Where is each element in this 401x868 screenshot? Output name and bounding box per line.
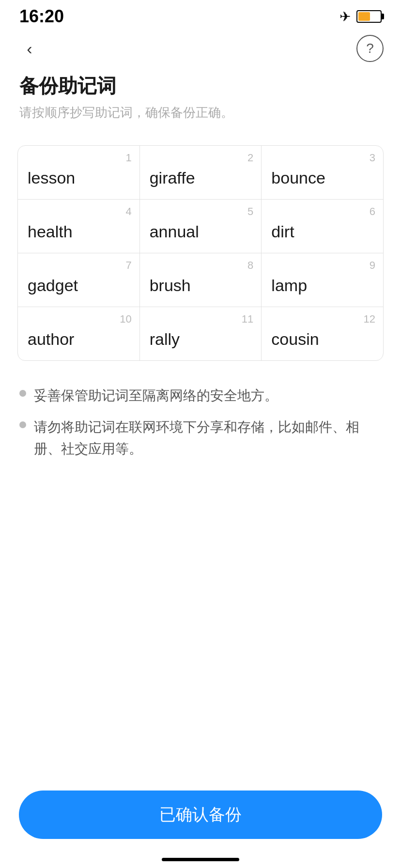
word-row: 4health5annual6dirt <box>18 200 383 253</box>
cell-word: bounce <box>271 169 373 187</box>
cell-word: cousin <box>271 330 373 349</box>
note-item: 请勿将助记词在联网环境下分享和存储，比如邮件、相册、社交应用等。 <box>19 417 382 460</box>
note-bullet-icon <box>19 421 26 428</box>
note-item: 妥善保管助记词至隔离网络的安全地方。 <box>19 385 382 407</box>
cell-word: rally <box>150 330 252 349</box>
notes-section: 妥善保管助记词至隔离网络的安全地方。请勿将助记词在联网环境下分享和存储，比如邮件… <box>0 380 401 489</box>
status-time: 16:20 <box>19 6 64 27</box>
cell-number: 7 <box>125 259 131 272</box>
status-bar: 16:20 ✈ <box>0 0 401 29</box>
cell-number: 4 <box>125 205 131 218</box>
cell-word: annual <box>150 222 252 241</box>
home-indicator <box>162 858 239 861</box>
cell-number: 3 <box>370 152 375 164</box>
nav-bar: ‹ ? <box>0 29 401 68</box>
battery-icon <box>356 10 382 23</box>
battery-fill <box>358 12 370 21</box>
word-cell: 1lesson <box>18 146 140 199</box>
page-title: 备份助记词 <box>19 73 382 99</box>
word-row: 7gadget8brush9lamp <box>18 253 383 307</box>
note-bullet-icon <box>19 390 26 397</box>
page-subtitle: 请按顺序抄写助记词，确保备份正确。 <box>19 104 382 121</box>
word-cell: 6dirt <box>262 200 383 253</box>
back-button[interactable]: ‹ <box>17 36 42 61</box>
word-grid: 1lesson2giraffe3bounce4health5annual6dir… <box>17 145 384 361</box>
help-icon: ? <box>366 41 374 56</box>
word-cell: 4health <box>18 200 140 253</box>
airplane-icon: ✈ <box>339 9 351 25</box>
cell-word: brush <box>150 276 252 295</box>
word-cell: 10author <box>18 307 140 360</box>
cell-number: 11 <box>242 313 253 326</box>
cell-number: 5 <box>247 205 253 218</box>
cell-number: 8 <box>247 259 253 272</box>
confirm-button-wrapper: 已确认备份 <box>19 790 382 839</box>
word-cell: 11rally <box>140 307 262 360</box>
word-cell: 2giraffe <box>140 146 262 199</box>
note-text: 妥善保管助记词至隔离网络的安全地方。 <box>34 385 278 407</box>
cell-word: lamp <box>271 276 373 295</box>
cell-word: author <box>28 330 130 349</box>
cell-word: gadget <box>28 276 130 295</box>
note-text: 请勿将助记词在联网环境下分享和存储，比如邮件、相册、社交应用等。 <box>34 417 382 460</box>
cell-number: 6 <box>370 205 375 218</box>
cell-number: 1 <box>125 152 131 164</box>
word-row: 10author11rally12cousin <box>18 307 383 360</box>
back-chevron-icon: ‹ <box>27 39 32 58</box>
word-row: 1lesson2giraffe3bounce <box>18 146 383 200</box>
word-cell: 5annual <box>140 200 262 253</box>
confirm-button-label: 已确认备份 <box>159 804 242 826</box>
word-cell: 12cousin <box>262 307 383 360</box>
cell-word: dirt <box>271 222 373 241</box>
page-header: 备份助记词 请按顺序抄写助记词，确保备份正确。 <box>0 68 401 136</box>
cell-number: 2 <box>247 152 253 164</box>
word-cell: 9lamp <box>262 253 383 307</box>
cell-word: giraffe <box>150 169 252 187</box>
cell-word: health <box>28 222 130 241</box>
cell-number: 9 <box>370 259 375 272</box>
status-icons: ✈ <box>339 9 382 25</box>
help-button[interactable]: ? <box>356 35 384 62</box>
cell-number: 12 <box>364 313 375 326</box>
word-cell: 7gadget <box>18 253 140 307</box>
cell-number: 10 <box>120 313 131 326</box>
confirm-button[interactable]: 已确认备份 <box>19 790 382 839</box>
word-cell: 8brush <box>140 253 262 307</box>
cell-word: lesson <box>28 169 130 187</box>
word-cell: 3bounce <box>262 146 383 199</box>
